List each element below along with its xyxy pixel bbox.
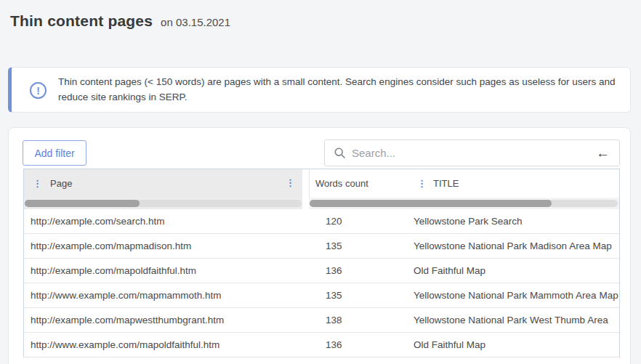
cell-words-count: 136 <box>310 333 414 357</box>
cell-title: Yellowstone Park Search <box>414 209 619 233</box>
column-header-title[interactable]: TITLE <box>433 178 459 189</box>
cell-words-count: 135 <box>310 234 414 258</box>
cell-page-url: http://example.com/search.htm <box>24 209 310 233</box>
scrollbar-thumb[interactable] <box>25 200 140 207</box>
search-input[interactable] <box>352 147 596 159</box>
cell-words-count: 138 <box>310 308 414 332</box>
cell-title: Yellowstone National Park Madison Area M… <box>414 234 619 258</box>
report-date: on 03.15.2021 <box>161 16 230 28</box>
page-title: Thin content pages <box>10 12 153 30</box>
cell-page-url: http://example.com/mapmadison.htm <box>24 234 310 258</box>
search-icon <box>334 147 345 158</box>
add-filter-button[interactable]: Add filter <box>23 140 86 166</box>
scrollbar-thumb[interactable] <box>310 200 552 207</box>
cell-page-url: http://example.com/mapwestthumbgrant.htm <box>24 308 310 332</box>
table-row[interactable]: http://example.com/mapmadison.htm 135 Ye… <box>24 234 619 259</box>
cell-title: Yellowstone National Park West Thumb Are… <box>414 308 619 332</box>
table-body: http://example.com/search.htm 120 Yellow… <box>24 209 619 357</box>
table-header-row: ⋮ Page ⋮ Words count ⋮ TITLE <box>24 169 619 198</box>
table-row[interactable]: http://example.com/mapwestthumbgrant.htm… <box>24 308 619 333</box>
table-row[interactable]: http://example.com/search.htm 120 Yellow… <box>24 209 619 234</box>
column-header-words-count[interactable]: Words count <box>315 178 417 189</box>
thin-content-pages-screen: Thin content pages on 03.15.2021 ! Thin … <box>0 0 641 364</box>
info-banner-text: Thin content pages (< 150 words) are pag… <box>58 75 626 105</box>
table-row[interactable]: http://example.com/mapoldfaithful.htm 13… <box>24 259 619 283</box>
cell-title: Old Faithful Map <box>414 333 619 357</box>
cell-title: Old Faithful Map <box>414 259 619 283</box>
scrollbar-track[interactable] <box>310 200 618 207</box>
scrollbar-track[interactable] <box>25 200 302 207</box>
cell-page-url: http://example.com/mapoldfaithful.htm <box>24 259 310 283</box>
cell-page-url: http://www.example.com/mapoldfaithful.ht… <box>24 333 310 357</box>
scrollbar-strip <box>24 198 619 209</box>
cell-page-url: http://www.example.com/mapmammoth.htm <box>24 283 310 307</box>
info-icon: ! <box>30 82 47 99</box>
column-handle-icon[interactable]: ⋮ <box>286 178 295 187</box>
horizontal-scrollbar-right <box>309 198 619 209</box>
page-header: Thin content pages on 03.15.2021 <box>10 12 230 30</box>
enter-arrow-icon: ← <box>596 146 610 160</box>
cell-words-count: 135 <box>310 283 414 307</box>
cell-words-count: 120 <box>310 209 414 233</box>
cell-words-count: 136 <box>310 259 414 283</box>
column-header-page[interactable]: ⋮ Page ⋮ <box>24 169 302 198</box>
horizontal-scrollbar-left <box>24 198 302 209</box>
table-row[interactable]: http://www.example.com/mapmammoth.htm 13… <box>24 283 619 308</box>
thin-pages-table: ⋮ Page ⋮ Words count ⋮ TITLE <box>23 169 620 357</box>
cell-title: Yellowstone National Park Mammoth Area M… <box>414 283 619 307</box>
column-header-page-label: Page <box>50 178 72 189</box>
info-banner: ! Thin content pages (< 150 words) are p… <box>8 67 631 113</box>
table-header-right-pane: Words count ⋮ TITLE <box>309 169 619 198</box>
table-row[interactable]: http://www.example.com/mapoldfaithful.ht… <box>24 333 619 357</box>
column-handle-icon[interactable]: ⋮ <box>417 179 427 188</box>
search-box[interactable]: ← <box>324 139 620 166</box>
content-card: Add filter ← ⋮ Page ⋮ Words count ⋮ <box>8 127 631 364</box>
column-handle-icon[interactable]: ⋮ <box>33 179 42 188</box>
